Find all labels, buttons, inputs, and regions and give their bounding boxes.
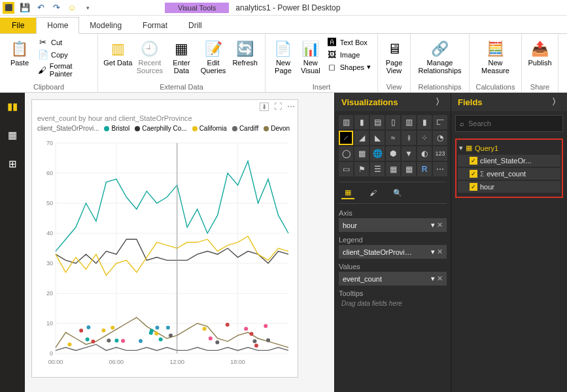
viz-filled-map-icon[interactable]: ⬢ xyxy=(386,146,400,161)
viz-slicer-icon[interactable]: ☰ xyxy=(370,162,385,176)
publish-button[interactable]: 📤Publish xyxy=(527,37,553,82)
focus-mode-icon[interactable]: ⛶ xyxy=(274,102,282,111)
document-title: analytics1 - Power BI Desktop xyxy=(235,3,340,12)
axis-well[interactable]: hour▾ ✕ xyxy=(339,218,447,232)
search-icon: ⌕ xyxy=(460,120,464,127)
new-measure-button[interactable]: 🧮New Measure xyxy=(475,37,516,82)
image-button[interactable]: 🖼Image xyxy=(326,49,372,60)
viz-line-chart-icon[interactable]: ⟋ xyxy=(339,131,353,145)
viz-multi-card-icon[interactable]: ▭ xyxy=(339,162,353,176)
cut-button[interactable]: ✂Cut xyxy=(37,37,92,48)
viz-donut-icon[interactable]: ◯ xyxy=(339,146,353,161)
field-event-count[interactable]: ✓Σevent_count xyxy=(458,168,560,180)
svg-point-38 xyxy=(215,340,219,344)
report-view-icon[interactable]: ▮▮ xyxy=(4,98,21,115)
viz-treemap-icon[interactable]: ▦ xyxy=(354,146,369,161)
viz-r-icon[interactable]: R xyxy=(417,162,432,176)
svg-point-33 xyxy=(226,323,230,327)
tab-file[interactable]: File xyxy=(0,18,36,33)
svg-point-26 xyxy=(252,339,256,343)
field-client-state[interactable]: ✓client_StateOr... xyxy=(458,155,560,167)
data-view-icon[interactable]: ▦ xyxy=(4,127,21,144)
viz-card-icon[interactable]: 123 xyxy=(433,146,447,161)
viz-kpi-icon[interactable]: ⚑ xyxy=(354,162,369,176)
viz-scatter-icon[interactable]: ⁘ xyxy=(417,131,432,145)
viz-ribbon-icon[interactable]: ≈ xyxy=(386,131,400,145)
edit-queries-button[interactable]: 📝Edit Queries xyxy=(199,37,228,82)
relationships-group-label: Relationships xyxy=(416,83,464,91)
more-options-icon[interactable]: ⋯ xyxy=(287,102,295,111)
copy-button[interactable]: 📄Copy xyxy=(37,49,92,60)
checkbox-icon[interactable]: ✓ xyxy=(470,157,477,165)
textbox-button[interactable]: 🅰Text Box xyxy=(326,37,372,48)
viz-100-column-icon[interactable]: ▮ xyxy=(417,115,432,129)
get-data-button[interactable]: ▥Get Data xyxy=(103,37,133,82)
refresh-button[interactable]: 🔄Refresh xyxy=(230,37,260,82)
chart-visual[interactable]: ⬇ ⛶ ⋯ event_count by hour and client_Sta… xyxy=(31,99,298,378)
view-group-label: View xyxy=(383,83,405,91)
svg-text:70: 70 xyxy=(46,140,53,146)
share-group-label: Share xyxy=(527,83,553,91)
expand-icon[interactable]: ▾ xyxy=(459,144,463,152)
viz-waterfall-icon[interactable]: ⫵ xyxy=(402,131,416,145)
viz-gauge-icon[interactable]: ◐ xyxy=(417,146,432,161)
viz-pie-icon[interactable]: ◔ xyxy=(433,131,447,145)
viz-stacked-area-icon[interactable]: ◣ xyxy=(370,131,385,145)
svg-point-45 xyxy=(250,332,254,336)
viz-panel-title: Visualizations xyxy=(341,97,398,107)
tab-format[interactable]: Format xyxy=(132,18,178,33)
tab-drill[interactable]: Drill xyxy=(178,18,213,33)
recent-sources-button[interactable]: 🕘Recent Sources xyxy=(135,37,165,82)
analytics-mode-icon[interactable]: 🔍 xyxy=(391,186,404,199)
svg-point-39 xyxy=(254,344,258,348)
viz-combo-icon[interactable]: ⫍ xyxy=(433,115,447,129)
table-node[interactable]: ▾ ▦ Query1 xyxy=(458,142,560,154)
format-painter-button[interactable]: 🖌Format Painter xyxy=(37,61,92,78)
viz-clustered-column-icon[interactable]: ▯ xyxy=(386,115,400,129)
checkbox-icon[interactable]: ✓ xyxy=(470,170,477,178)
viz-clustered-bar-icon[interactable]: ▤ xyxy=(370,115,385,129)
enter-data-button[interactable]: ▦Enter Data xyxy=(167,37,196,82)
app-icon: ⬛ xyxy=(3,2,14,14)
smiley-icon[interactable]: ☺ xyxy=(67,3,77,13)
shapes-button[interactable]: ◻Shapes ▾ xyxy=(326,61,372,73)
checkbox-icon[interactable]: ✓ xyxy=(470,183,477,191)
drill-down-icon[interactable]: ⬇ xyxy=(260,103,269,111)
fields-search[interactable]: ⌕ xyxy=(455,115,563,132)
collapse-fields-icon[interactable]: 〉 xyxy=(552,96,560,108)
tab-home[interactable]: Home xyxy=(36,17,79,34)
page-view-button[interactable]: 🖥Page View xyxy=(383,37,405,82)
remove-axis-icon[interactable]: ✕ xyxy=(437,221,443,229)
save-icon[interactable]: 💾 xyxy=(20,3,30,13)
format-mode-icon[interactable]: 🖌 xyxy=(366,186,379,199)
fields-mode-icon[interactable]: ▦ xyxy=(341,186,354,199)
remove-legend-icon[interactable]: ✕ xyxy=(437,248,443,255)
legend-well[interactable]: client_StateOrProvince▾ ✕ xyxy=(339,245,447,259)
values-well[interactable]: event_count▾ ✕ xyxy=(339,272,447,286)
redo-icon[interactable]: ↷ xyxy=(51,3,61,13)
field-hour[interactable]: ✓hour xyxy=(458,181,560,193)
remove-values-icon[interactable]: ✕ xyxy=(437,274,443,282)
viz-matrix-icon[interactable]: ▦ xyxy=(402,162,416,176)
viz-area-icon[interactable]: ◢ xyxy=(354,131,369,145)
search-input[interactable] xyxy=(468,120,558,127)
viz-stacked-bar-icon[interactable]: ▥ xyxy=(339,115,353,129)
tab-modeling[interactable]: Modeling xyxy=(79,18,132,33)
viz-stacked-column-icon[interactable]: ▮ xyxy=(354,115,369,129)
new-page-button[interactable]: 📄New Page xyxy=(271,37,296,82)
manage-relationships-button[interactable]: 🔗Manage Relationships xyxy=(416,37,464,82)
viz-100-bar-icon[interactable]: ▥ xyxy=(402,115,416,129)
model-view-icon[interactable]: ⊞ xyxy=(4,155,21,172)
collapse-viz-icon[interactable]: 〉 xyxy=(436,96,444,108)
values-well-label: Values xyxy=(339,263,447,270)
paste-button[interactable]: 📋Paste xyxy=(5,37,34,82)
viz-table-icon[interactable]: ▦ xyxy=(386,162,400,176)
viz-funnel-icon[interactable]: ▼ xyxy=(402,146,416,161)
tooltips-well[interactable]: Drag data fields here xyxy=(339,299,447,308)
viz-more-icon[interactable]: ⋯ xyxy=(433,162,447,176)
fields-tree-highlight: ▾ ▦ Query1 ✓client_StateOr... ✓Σevent_co… xyxy=(455,139,563,198)
new-visual-button[interactable]: 📊New Visual xyxy=(298,37,323,82)
qat-dropdown-icon[interactable]: ▾ xyxy=(82,3,93,13)
viz-map-icon[interactable]: 🌐 xyxy=(370,146,385,161)
undo-icon[interactable]: ↶ xyxy=(35,3,46,13)
